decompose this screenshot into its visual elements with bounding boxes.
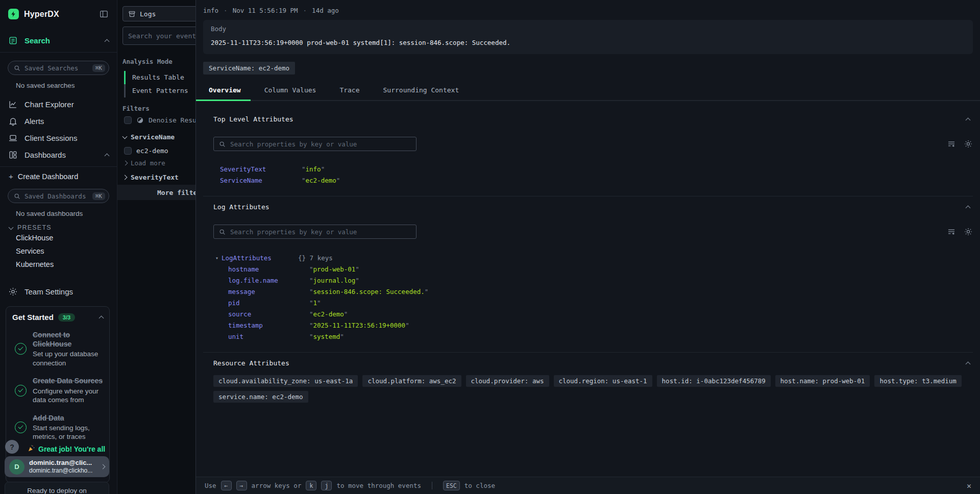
logs-source-icon bbox=[128, 10, 136, 18]
party-popper-icon bbox=[28, 444, 35, 454]
resource-chip[interactable]: host.id: i-0abc123def456789 bbox=[657, 375, 771, 387]
get-started-step-connect[interactable]: Connect to ClickHouse Set up your databa… bbox=[12, 330, 103, 367]
get-started-header[interactable]: Get Started 3/3 bbox=[12, 313, 103, 322]
collapse-section-icon[interactable] bbox=[966, 117, 971, 122]
saved-dashboards-input[interactable]: Saved Dashboards ⌘K bbox=[8, 189, 109, 203]
attribute-row[interactable]: log.file.name journal.log bbox=[213, 275, 973, 286]
wrap-lines-icon[interactable] bbox=[947, 139, 956, 149]
step-title: Connect to ClickHouse bbox=[33, 330, 103, 349]
attribute-row[interactable]: timestamp 2025-11-11T23:56:19+0000 bbox=[213, 319, 973, 331]
check-circle-icon bbox=[15, 385, 27, 397]
denoise-label: Denoise Results bbox=[149, 116, 195, 124]
tab-trace[interactable]: Trace bbox=[339, 81, 359, 100]
denoise-filter-row[interactable]: Denoise Results bbox=[124, 116, 195, 124]
filter-group-severitytext[interactable]: SeverityText bbox=[123, 174, 179, 181]
dot-separator: · bbox=[303, 7, 307, 14]
resource-chip[interactable]: cloud.provider: aws bbox=[466, 375, 549, 387]
load-more-link[interactable]: Load more bbox=[124, 159, 165, 167]
sidebar-item-dashboards[interactable]: Dashboards bbox=[0, 146, 117, 163]
attribute-row[interactable]: unit systemd bbox=[213, 331, 973, 342]
detail-tabs: Overview Column Values Trace Surrounding… bbox=[196, 81, 980, 101]
search-placeholder: Search properties by key or value bbox=[230, 140, 357, 148]
attr-key: timestamp bbox=[228, 322, 309, 329]
saved-searches-input[interactable]: Saved Searches ⌘K bbox=[8, 61, 109, 75]
resource-chip[interactable]: host.type: t3.medium bbox=[874, 375, 962, 387]
resource-chip[interactable]: service.name: ec2-demo bbox=[213, 391, 308, 403]
event-timestamp: Nov 11 5:56:19 PM bbox=[233, 7, 298, 14]
sidebar-collapse-icon[interactable] bbox=[99, 9, 109, 19]
chevron-right-icon bbox=[122, 175, 128, 180]
resource-chip[interactable]: cloud.availability_zone: us-east-1a bbox=[213, 375, 358, 387]
deploy-note-card[interactable]: Ready to deploy on bbox=[5, 482, 109, 494]
wrap-lines-icon[interactable] bbox=[947, 227, 956, 236]
preset-services[interactable]: Services bbox=[0, 244, 117, 258]
preset-kubernetes[interactable]: Kubernetes bbox=[0, 258, 117, 271]
log-attrs-search-input[interactable]: Search properties by key or value bbox=[213, 225, 416, 239]
gear-icon[interactable] bbox=[964, 227, 973, 236]
help-button[interactable]: ? bbox=[5, 440, 19, 454]
sidebar-item-search[interactable]: Search bbox=[0, 32, 117, 49]
denoise-checkbox[interactable] bbox=[124, 116, 132, 124]
footer-text: Use bbox=[205, 482, 216, 489]
attribute-row[interactable]: message session-846.scope: Succeeded. bbox=[213, 286, 973, 297]
app-title: HyperDX bbox=[24, 10, 59, 19]
tab-overview[interactable]: Overview bbox=[209, 81, 241, 100]
attribute-row[interactable]: SeverityText info bbox=[213, 164, 973, 175]
detail-scroll-area[interactable]: Top Level Attributes Search properties b… bbox=[196, 101, 980, 477]
source-selector-label: Logs bbox=[140, 10, 156, 18]
filter-value-ec2-demo[interactable]: ec2-demo bbox=[124, 147, 168, 155]
attribute-row[interactable]: hostname prod-web-01 bbox=[213, 263, 973, 275]
analysis-mode-results-table[interactable]: Results Table bbox=[124, 71, 188, 84]
filter-group-servicename[interactable]: ServiceName bbox=[123, 133, 175, 141]
tab-surrounding-context[interactable]: Surrounding Context bbox=[383, 81, 459, 100]
sidebar-item-team-settings[interactable]: Team Settings bbox=[0, 283, 117, 300]
close-icon[interactable]: ✕ bbox=[967, 481, 971, 490]
kbd-k: k bbox=[306, 481, 316, 490]
sidebar-item-label: Client Sessions bbox=[24, 134, 77, 142]
search-icon bbox=[14, 65, 20, 71]
attribute-row[interactable]: source ec2-demo bbox=[213, 308, 973, 319]
log-attributes-root[interactable]: ▾ LogAttributes {} 7 keys bbox=[213, 252, 973, 263]
kbd-arrow-right: → bbox=[236, 481, 247, 490]
more-filters-button[interactable]: More filters bbox=[117, 185, 195, 200]
event-search-input[interactable]: Search your events bbox=[122, 27, 195, 45]
sidebar-item-alerts[interactable]: Alerts bbox=[0, 113, 117, 130]
resource-chip[interactable]: host.name: prod-web-01 bbox=[775, 375, 870, 387]
collapse-section-icon[interactable] bbox=[966, 361, 971, 366]
step-title: Create Data Sources bbox=[33, 376, 103, 385]
tab-column-values[interactable]: Column Values bbox=[264, 81, 316, 100]
source-selector-button[interactable]: Logs bbox=[122, 6, 195, 21]
user-email: dominic.tran@clickho... bbox=[29, 467, 92, 475]
attribute-row[interactable]: ServiceName ec2-demo bbox=[213, 175, 973, 186]
get-started-step-sources[interactable]: Create Data Sources Configure where your… bbox=[12, 376, 103, 404]
resource-chip[interactable]: cloud.region: us-east-1 bbox=[554, 375, 652, 387]
ec2-demo-checkbox[interactable] bbox=[124, 147, 132, 155]
create-dashboard-label: Create Dashboard bbox=[18, 172, 79, 181]
presets-toggle[interactable]: PRESETS bbox=[0, 217, 117, 231]
attr-value: 1 bbox=[309, 299, 321, 307]
sidebar-item-client-sessions[interactable]: Client Sessions bbox=[0, 130, 117, 146]
preset-clickhouse[interactable]: ClickHouse bbox=[0, 231, 117, 244]
attr-value: session-846.scope: Succeeded. bbox=[309, 288, 428, 295]
attr-key: source bbox=[228, 310, 309, 318]
step-desc: Start sending logs, metrics, or traces bbox=[33, 424, 103, 441]
resource-chip[interactable]: cloud.platform: aws_ec2 bbox=[362, 375, 461, 387]
get-started-step-add-data[interactable]: Add Data Start sending logs, metrics, or… bbox=[12, 413, 103, 441]
top-level-search-input[interactable]: Search properties by key or value bbox=[213, 137, 416, 151]
analysis-mode-event-patterns[interactable]: Event Patterns bbox=[124, 84, 188, 97]
no-saved-dashboards-text: No saved dashboards bbox=[0, 203, 117, 217]
gear-icon[interactable] bbox=[964, 139, 973, 149]
shortcut-badge: ⌘K bbox=[92, 64, 105, 72]
sidebar-item-chart-explorer[interactable]: Chart Explorer bbox=[0, 96, 117, 113]
tree-caret-icon: ▾ bbox=[215, 255, 218, 261]
user-account-card[interactable]: D dominic.tran@clic... dominic.tran@clic… bbox=[5, 456, 109, 477]
servicename-tag[interactable]: ServiceName: ec2-demo bbox=[203, 62, 295, 75]
collapse-section-icon[interactable] bbox=[966, 205, 971, 210]
attribute-row[interactable]: pid 1 bbox=[213, 297, 973, 308]
body-label: Body bbox=[211, 25, 965, 33]
section-top-level-attributes: Top Level Attributes Search properties b… bbox=[203, 101, 973, 196]
step-desc: Configure where your data comes from bbox=[33, 387, 103, 405]
check-circle-icon bbox=[15, 422, 27, 433]
create-dashboard-button[interactable]: + Create Dashboard bbox=[0, 167, 117, 181]
section-resource-attributes: Resource Attributes cloud.availability_z… bbox=[203, 353, 973, 413]
